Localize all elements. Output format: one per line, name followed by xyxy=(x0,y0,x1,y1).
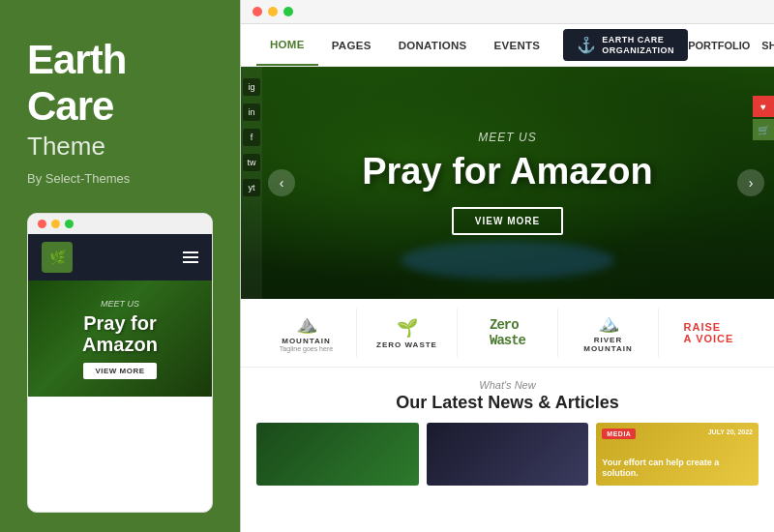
social-sidebar: ig in f tw yt xyxy=(241,67,262,299)
nav-pages[interactable]: PAGES xyxy=(318,24,385,66)
news-card-date: JULY 20, 2022 xyxy=(708,429,753,435)
news-card-text: Your effort can help create a solution. xyxy=(602,458,753,480)
theme-title: Earth Care xyxy=(27,39,213,132)
logo-zero-waste-1: 🌱 ZERO WASTE xyxy=(357,309,458,357)
hero-overlay: MEET US Pray for Amazon VIEW MORE xyxy=(241,67,774,299)
nav-events[interactable]: EVENTS xyxy=(480,24,553,66)
news-card-3[interactable]: MEDIA JULY 20, 2022 Your effort can help… xyxy=(596,423,759,486)
hero-right-icons: ♥ 🛒 xyxy=(753,96,774,140)
logo-raise-voice: RAISEa Voice xyxy=(659,309,759,357)
nav-logo: ⚓ EARTH CARE ORGANIZATION xyxy=(563,29,688,62)
news-section-title: Our Latest News & Articles xyxy=(256,393,759,413)
raise-voice-logo-text: RAISEa Voice xyxy=(684,321,734,344)
mobile-hero: MEET US Pray for Amazon VIEW MORE xyxy=(28,281,212,397)
instagram-icon[interactable]: ig xyxy=(243,78,260,96)
news-cards-row: MEDIA JULY 20, 2022 Your effort can help… xyxy=(256,423,759,486)
nav-home[interactable]: HOME xyxy=(256,24,318,66)
youtube-icon[interactable]: yt xyxy=(243,179,260,196)
mobile-dot-red xyxy=(38,220,46,228)
logo-mountain: ⛰️ MOUNTAIN Tagline goes here xyxy=(256,309,357,357)
browser-dot-yellow xyxy=(268,7,278,16)
browser-dot-green xyxy=(283,7,293,16)
news-section: What's New Our Latest News & Articles ME… xyxy=(241,368,774,493)
mobile-nav: 🌿 xyxy=(28,234,212,281)
hero-meet-us-label: MEET US xyxy=(478,131,536,144)
news-card-2[interactable] xyxy=(427,423,589,486)
logo-river-mountain: 🏔️ RIVERMOUNTAIN xyxy=(558,309,659,357)
nav-logo-icon: ⚓ xyxy=(577,36,596,54)
hero-prev-arrow[interactable]: ‹ xyxy=(268,169,295,196)
nav-right-group: PORTFOLIO SHOP BLOG DONATE xyxy=(688,34,774,57)
right-panel: HOME PAGES DONATIONS EVENTS ⚓ EARTH CARE… xyxy=(240,0,774,532)
hero-main-title: Pray for Amazon xyxy=(362,152,653,192)
logos-strip: ⛰️ MOUNTAIN Tagline goes here 🌱 ZERO WAS… xyxy=(241,299,774,368)
mobile-logo-icon: 🌿 xyxy=(42,242,73,273)
site-content-wrapper: ig in f tw yt ♥ 🛒 ‹ › MEET US Pray fo xyxy=(241,67,774,532)
news-card-badge: MEDIA xyxy=(602,429,636,439)
mountain-icon: ⛰️ xyxy=(296,313,317,335)
mobile-dot-green xyxy=(65,220,74,228)
wishlist-icon[interactable]: ♥ xyxy=(753,96,774,117)
mobile-hamburger-icon[interactable] xyxy=(183,251,198,263)
twitter-icon[interactable]: tw xyxy=(243,154,260,171)
browser-bar xyxy=(241,0,774,24)
mobile-view-more-button[interactable]: VIEW MORE xyxy=(83,363,156,379)
news-card-1[interactable] xyxy=(256,423,419,486)
logo-zero-waste-2: ZeroWaste xyxy=(458,309,558,357)
whats-new-label: What's New xyxy=(256,379,759,391)
river-mountain-icon: 🏔️ xyxy=(598,312,619,334)
cart-icon[interactable]: 🛒 xyxy=(753,119,774,140)
hero-section: ig in f tw yt ♥ 🛒 ‹ › MEET US Pray fo xyxy=(241,67,774,299)
mobile-hero-overlay: MEET US Pray for Amazon VIEW MORE xyxy=(28,281,212,397)
browser-dot-red xyxy=(253,7,262,16)
mobile-dot-yellow xyxy=(51,220,60,228)
nav-shop[interactable]: SHOP xyxy=(761,40,774,51)
plant-icon: 🌱 xyxy=(397,317,418,339)
hero-view-more-button[interactable]: VIEW MORE xyxy=(452,207,563,235)
theme-subtitle: Theme xyxy=(27,132,213,162)
mobile-hero-title: Pray for Amazon xyxy=(82,312,158,355)
hero-next-arrow[interactable]: › xyxy=(737,169,764,196)
nav-donations[interactable]: DONATIONS xyxy=(385,24,481,66)
mobile-preview: 🌿 MEET US Pray for Amazon VIEW MORE xyxy=(27,213,213,513)
facebook-icon[interactable]: f xyxy=(243,129,260,146)
zero-waste-logo-text: ZeroWaste xyxy=(490,317,525,348)
nav-portfolio[interactable]: PORTFOLIO xyxy=(688,40,750,51)
nav-logo-text: EARTH CARE ORGANIZATION xyxy=(602,35,674,56)
mobile-preview-bar xyxy=(28,214,212,234)
mobile-meet-us-label: MEET US xyxy=(101,299,139,309)
linkedin-icon[interactable]: in xyxy=(243,103,260,121)
theme-by: By Select-Themes xyxy=(27,171,213,186)
left-panel: Earth Care Theme By Select-Themes 🌿 MEET… xyxy=(0,0,240,532)
site-nav: HOME PAGES DONATIONS EVENTS ⚓ EARTH CARE… xyxy=(241,24,774,67)
